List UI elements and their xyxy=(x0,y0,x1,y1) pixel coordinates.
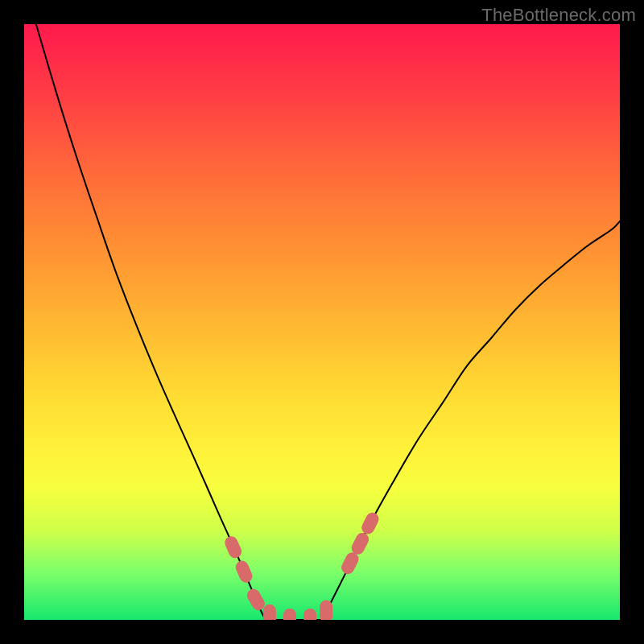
watermark-text: TheBottleneck.com xyxy=(481,5,636,26)
curve-layer xyxy=(24,24,620,620)
left-curve xyxy=(36,24,266,620)
plot-area xyxy=(24,24,620,620)
highlight-marker xyxy=(233,559,254,584)
highlight-marker xyxy=(283,609,296,620)
highlight-markers xyxy=(223,510,382,620)
highlight-marker xyxy=(359,510,381,536)
highlight-marker xyxy=(320,601,332,620)
highlight-marker xyxy=(223,535,244,560)
highlight-marker xyxy=(303,609,316,620)
right-curve xyxy=(322,221,620,620)
highlight-marker xyxy=(263,605,276,620)
chart-frame: TheBottleneck.com xyxy=(0,0,644,644)
